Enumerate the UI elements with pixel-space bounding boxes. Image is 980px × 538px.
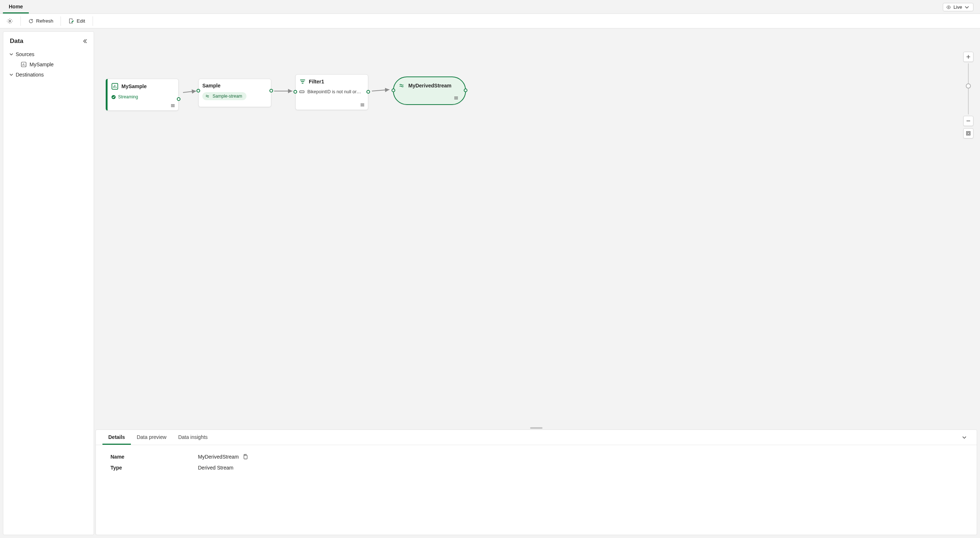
settings-button[interactable] [3,16,17,27]
node-input-port[interactable] [197,89,200,92]
panel-splitter[interactable] [95,427,977,430]
filter-rule-text: BikepointID is not null or e… [307,89,362,94]
svg-rect-11 [244,455,247,459]
stream-chip[interactable]: Sample-stream [202,92,247,100]
copy-icon[interactable] [242,454,248,460]
zoom-controls [963,52,974,138]
zoom-fit-button[interactable] [963,128,974,138]
node-title: Sample [202,83,221,89]
node-title: MyDerivedStream [408,83,451,89]
body: Data Sources [0,29,980,538]
zoom-slider-track[interactable] [968,63,969,114]
collapse-sidebar-button[interactable] [82,38,88,44]
svg-line-3 [183,91,196,92]
node-menu-icon[interactable] [453,95,459,100]
gear-icon [6,18,13,24]
app-root: Home Live [0,0,980,538]
node-menu-icon[interactable] [170,103,175,108]
details-row-name: Name MyDerivedStream [110,454,962,460]
chip-label: Sample-stream [213,94,242,99]
tree-item-mysample[interactable]: MySample [5,59,92,70]
chevron-down-icon [9,73,13,77]
tree-section-destinations[interactable]: Destinations [5,70,92,80]
node-filter1[interactable]: Filter1 BikepointID is not null or e… [295,74,368,110]
node-title: Filter1 [309,79,324,84]
node-myderivedstream[interactable]: MyDerivedStream [393,76,466,105]
refresh-icon [28,18,34,24]
toolbar-separator [60,16,61,26]
edit-label: Edit [76,18,85,24]
tree-item-label: MySample [30,62,54,67]
zoom-in-button[interactable] [963,52,974,62]
refresh-label: Refresh [36,18,53,24]
eye-icon [946,5,951,10]
check-circle-icon [111,95,116,100]
svg-rect-9 [967,132,970,135]
tab-data-insights[interactable]: Data insights [172,430,214,445]
edit-button[interactable]: Edit [65,16,89,26]
splitter-handle[interactable] [530,427,542,429]
zoom-slider-handle[interactable] [966,83,971,89]
node-menu-icon[interactable] [360,102,365,108]
refresh-button[interactable]: Refresh [24,16,57,26]
bottom-tabs: Details Data preview Data insights [96,430,977,445]
node-output-port[interactable] [177,97,180,101]
flow-canvas[interactable]: MySample Streaming [95,31,977,427]
details-row-type: Type Derived Stream [110,465,962,471]
tree-section-sources[interactable]: Sources [5,49,92,59]
node-input-port[interactable] [391,89,395,92]
tree-section-label: Destinations [16,72,44,78]
node-output-port[interactable] [366,90,370,94]
rule-icon [299,90,304,94]
filter-icon [299,78,306,85]
chevron-down-icon [9,52,13,56]
sidebar-title: Data [10,38,23,45]
node-input-port[interactable] [293,90,297,94]
svg-point-1 [9,20,11,22]
tab-details[interactable]: Details [102,430,131,445]
tree-section-label: Sources [16,51,34,57]
details-label: Name [110,454,198,460]
toolbar-separator [92,16,93,26]
toolbar: Refresh Edit [0,14,980,29]
canvas-wrap: MySample Streaming [95,31,977,535]
data-sidebar: Data Sources [3,31,94,535]
tab-data-preview[interactable]: Data preview [131,430,172,445]
stream-icon [399,83,406,89]
ribbon-tab-strip: Home Live [0,0,980,14]
node-sample[interactable]: Sample Sample-stream [198,79,271,107]
live-mode-selector[interactable]: Live [943,3,974,11]
node-status: Streaming [118,94,138,100]
chevron-down-icon [964,5,969,10]
chart-icon [21,62,27,67]
details-label: Type [110,465,198,471]
svg-rect-10 [967,133,969,135]
svg-point-0 [948,6,950,8]
zoom-out-button[interactable] [963,116,974,126]
chart-icon [111,83,118,90]
stream-icon [205,94,210,99]
node-output-port[interactable] [464,89,468,92]
node-output-port[interactable] [269,89,273,92]
edit-icon [68,18,75,24]
svg-line-5 [372,90,390,91]
ribbon-tab-home[interactable]: Home [3,1,29,13]
toolbar-separator [21,16,21,26]
node-title: MySample [121,83,146,89]
bottom-panel: Details Data preview Data insights Name … [95,430,977,535]
details-value-name: MyDerivedStream [198,454,239,460]
collapse-panel-button[interactable] [958,432,970,443]
details-content: Name MyDerivedStream Typ [96,445,977,484]
details-value-type: Derived Stream [198,465,233,471]
live-label: Live [953,4,962,10]
node-mysample[interactable]: MySample Streaming [106,79,179,111]
